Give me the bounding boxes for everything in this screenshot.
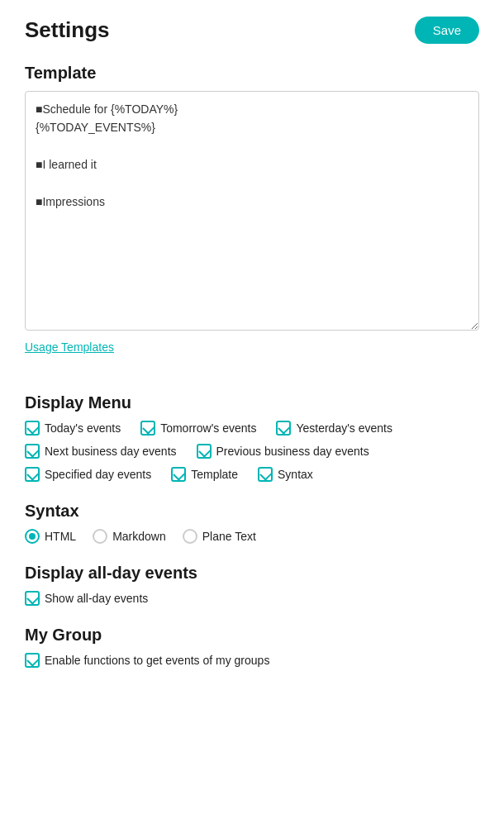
checkbox-specified-day-input[interactable] [25, 467, 40, 482]
checkbox-row-3: Specified day events Template Syntax [25, 467, 479, 482]
checkbox-enable-groups-input[interactable] [25, 653, 40, 668]
template-section-title: Template [25, 64, 479, 83]
checkbox-syntax-label: Syntax [278, 468, 313, 481]
my-group-title: My Group [25, 626, 479, 645]
checkbox-show-allday-input[interactable] [25, 591, 40, 606]
display-allday-title: Display all-day events [25, 564, 479, 583]
checkbox-specified-day-label: Specified day events [45, 468, 151, 481]
display-menu-section: Display Menu Today's events Tomorrow's e… [25, 393, 479, 482]
radio-html-label: HTML [45, 530, 76, 543]
page-header: Settings Save [25, 17, 479, 44]
checkbox-specified-day[interactable]: Specified day events [25, 467, 151, 482]
checkbox-template-label: Template [191, 468, 238, 481]
syntax-section: Syntax HTML Markdown Plane Text [25, 502, 479, 544]
checkbox-yesterdays-events-label: Yesterday's events [296, 421, 392, 435]
display-menu-checkboxes: Today's events Tomorrow's events Yesterd… [25, 421, 479, 482]
display-allday-section: Display all-day events Show all-day even… [25, 564, 479, 606]
checkbox-syntax[interactable]: Syntax [258, 467, 313, 482]
radio-html-input[interactable] [25, 529, 40, 544]
usage-templates-link[interactable]: Usage Templates [25, 340, 114, 354]
checkbox-row-2: Next business day events Previous busine… [25, 444, 479, 459]
checkbox-previous-business-day-label: Previous business day events [216, 445, 369, 458]
checkbox-next-business-day-input[interactable] [25, 444, 40, 459]
checkbox-show-allday[interactable]: Show all-day events [25, 591, 479, 606]
page-title: Settings [25, 17, 110, 43]
display-menu-title: Display Menu [25, 393, 479, 412]
save-button[interactable]: Save [415, 17, 479, 44]
syntax-radio-group: HTML Markdown Plane Text [25, 529, 479, 544]
checkbox-enable-groups[interactable]: Enable functions to get events of my gro… [25, 653, 479, 668]
radio-html[interactable]: HTML [25, 529, 76, 544]
syntax-section-title: Syntax [25, 502, 479, 521]
checkbox-template[interactable]: Template [171, 467, 238, 482]
checkbox-next-business-day[interactable]: Next business day events [25, 444, 177, 459]
template-textarea[interactable]: ■Schedule for {%TODAY%} {%TODAY_EVENTS%}… [25, 91, 479, 331]
checkbox-todays-events-input[interactable] [25, 421, 40, 436]
checkbox-previous-business-day[interactable]: Previous business day events [197, 444, 369, 459]
checkbox-next-business-day-label: Next business day events [45, 445, 177, 458]
radio-markdown[interactable]: Markdown [93, 529, 166, 544]
checkbox-tomorrows-events[interactable]: Tomorrow's events [140, 421, 256, 436]
checkbox-enable-groups-label: Enable functions to get events of my gro… [45, 654, 269, 667]
checkbox-syntax-input[interactable] [258, 467, 273, 482]
checkbox-todays-events-label: Today's events [45, 421, 121, 435]
checkbox-tomorrows-events-label: Tomorrow's events [160, 421, 256, 435]
radio-markdown-label: Markdown [112, 530, 166, 543]
checkbox-yesterdays-events[interactable]: Yesterday's events [276, 421, 392, 436]
checkbox-previous-business-day-input[interactable] [197, 444, 212, 459]
checkbox-yesterdays-events-input[interactable] [276, 421, 291, 436]
checkbox-template-input[interactable] [171, 467, 186, 482]
checkbox-todays-events[interactable]: Today's events [25, 421, 121, 436]
radio-plane-text-label: Plane Text [202, 530, 256, 543]
radio-plane-text[interactable]: Plane Text [183, 529, 256, 544]
checkbox-tomorrows-events-input[interactable] [140, 421, 155, 436]
my-group-section: My Group Enable functions to get events … [25, 626, 479, 668]
radio-plane-text-input[interactable] [183, 529, 197, 544]
radio-markdown-input[interactable] [93, 529, 107, 544]
template-section: Template ■Schedule for {%TODAY%} {%TODAY… [25, 64, 479, 374]
checkbox-row-1: Today's events Tomorrow's events Yesterd… [25, 421, 479, 436]
checkbox-show-allday-label: Show all-day events [45, 592, 148, 605]
